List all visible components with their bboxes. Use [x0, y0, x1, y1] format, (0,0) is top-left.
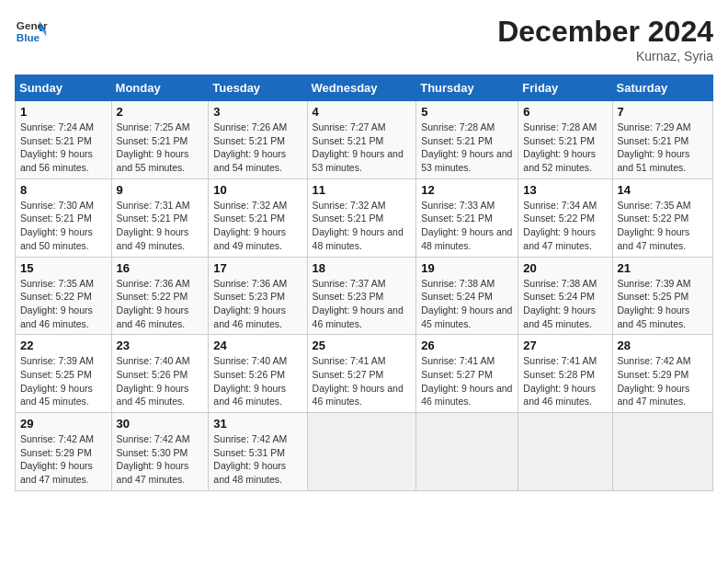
day-info: Sunrise: 7:28 AMSunset: 5:21 PMDaylight:…: [523, 121, 607, 175]
day-number: 11: [313, 183, 412, 197]
page-header: General Blue December 2024 Kurnaz, Syria: [15, 15, 713, 63]
day-info: Sunrise: 7:27 AMSunset: 5:21 PMDaylight:…: [313, 121, 412, 175]
day-number: 22: [20, 339, 107, 352]
weekday-header: Saturday: [612, 75, 712, 101]
calendar-cell: 20Sunrise: 7:38 AMSunset: 5:24 PMDayligh…: [518, 257, 612, 335]
calendar-cell: 25Sunrise: 7:41 AMSunset: 5:27 PMDayligh…: [307, 335, 416, 413]
weekday-header: Tuesday: [209, 75, 307, 101]
calendar-cell: [612, 413, 712, 491]
day-info: Sunrise: 7:39 AMSunset: 5:25 PMDaylight:…: [20, 354, 107, 408]
calendar-cell: 6Sunrise: 7:28 AMSunset: 5:21 PMDaylight…: [518, 101, 612, 179]
day-number: 3: [213, 105, 301, 119]
day-info: Sunrise: 7:38 AMSunset: 5:24 PMDaylight:…: [421, 277, 513, 331]
location: Kurnaz, Syria: [497, 49, 713, 63]
calendar-cell: 19Sunrise: 7:38 AMSunset: 5:24 PMDayligh…: [416, 257, 518, 335]
day-info: Sunrise: 7:30 AMSunset: 5:21 PMDaylight:…: [20, 199, 107, 253]
calendar-cell: 17Sunrise: 7:36 AMSunset: 5:23 PMDayligh…: [209, 257, 307, 335]
day-info: Sunrise: 7:33 AMSunset: 5:21 PMDaylight:…: [421, 199, 513, 253]
day-info: Sunrise: 7:41 AMSunset: 5:27 PMDaylight:…: [421, 354, 513, 408]
day-number: 8: [20, 183, 107, 197]
day-info: Sunrise: 7:41 AMSunset: 5:27 PMDaylight:…: [313, 354, 412, 408]
day-number: 15: [20, 261, 107, 275]
logo: General Blue: [15, 15, 48, 48]
day-info: Sunrise: 7:32 AMSunset: 5:21 PMDaylight:…: [313, 199, 412, 253]
calendar-cell: 28Sunrise: 7:42 AMSunset: 5:29 PMDayligh…: [612, 335, 712, 413]
day-info: Sunrise: 7:24 AMSunset: 5:21 PMDaylight:…: [20, 121, 107, 175]
calendar-cell: 5Sunrise: 7:28 AMSunset: 5:21 PMDaylight…: [416, 101, 518, 179]
day-number: 14: [618, 183, 708, 197]
calendar-cell: 21Sunrise: 7:39 AMSunset: 5:25 PMDayligh…: [612, 257, 712, 335]
calendar-cell: 16Sunrise: 7:36 AMSunset: 5:22 PMDayligh…: [111, 257, 209, 335]
day-info: Sunrise: 7:42 AMSunset: 5:29 PMDaylight:…: [20, 432, 107, 487]
day-info: Sunrise: 7:37 AMSunset: 5:23 PMDaylight:…: [313, 277, 412, 331]
calendar-cell: 8Sunrise: 7:30 AMSunset: 5:21 PMDaylight…: [16, 178, 112, 257]
day-number: 12: [421, 183, 513, 197]
day-info: Sunrise: 7:35 AMSunset: 5:22 PMDaylight:…: [20, 277, 107, 331]
calendar-cell: 26Sunrise: 7:41 AMSunset: 5:27 PMDayligh…: [416, 335, 518, 413]
day-number: 13: [523, 183, 607, 197]
day-info: Sunrise: 7:40 AMSunset: 5:26 PMDaylight:…: [213, 354, 301, 408]
weekday-header: Sunday: [16, 75, 112, 101]
day-info: Sunrise: 7:34 AMSunset: 5:22 PMDaylight:…: [523, 199, 607, 253]
calendar-week-row: 29Sunrise: 7:42 AMSunset: 5:29 PMDayligh…: [16, 413, 713, 491]
calendar-cell: 24Sunrise: 7:40 AMSunset: 5:26 PMDayligh…: [209, 335, 307, 413]
day-info: Sunrise: 7:35 AMSunset: 5:22 PMDaylight:…: [618, 199, 708, 253]
calendar-cell: 30Sunrise: 7:42 AMSunset: 5:30 PMDayligh…: [111, 413, 209, 491]
day-number: 20: [523, 261, 607, 275]
day-number: 1: [20, 105, 107, 119]
day-number: 7: [618, 105, 708, 119]
day-number: 25: [313, 339, 412, 352]
calendar-cell: 7Sunrise: 7:29 AMSunset: 5:21 PMDaylight…: [612, 101, 712, 179]
day-info: Sunrise: 7:38 AMSunset: 5:24 PMDaylight:…: [523, 277, 607, 331]
day-number: 2: [117, 105, 204, 119]
weekday-header: Friday: [518, 75, 612, 101]
day-info: Sunrise: 7:42 AMSunset: 5:30 PMDaylight:…: [117, 432, 204, 487]
day-number: 28: [618, 339, 708, 352]
calendar-cell: 14Sunrise: 7:35 AMSunset: 5:22 PMDayligh…: [612, 178, 712, 257]
title-block: December 2024 Kurnaz, Syria: [497, 15, 713, 63]
day-info: Sunrise: 7:28 AMSunset: 5:21 PMDaylight:…: [421, 121, 513, 175]
day-number: 6: [523, 105, 607, 119]
day-number: 27: [523, 339, 607, 352]
calendar-table: SundayMondayTuesdayWednesdayThursdayFrid…: [15, 75, 713, 491]
day-info: Sunrise: 7:42 AMSunset: 5:31 PMDaylight:…: [213, 432, 301, 487]
calendar-week-row: 15Sunrise: 7:35 AMSunset: 5:22 PMDayligh…: [16, 257, 713, 335]
calendar-cell: 13Sunrise: 7:34 AMSunset: 5:22 PMDayligh…: [518, 178, 612, 257]
calendar-cell: [307, 413, 416, 491]
day-info: Sunrise: 7:31 AMSunset: 5:21 PMDaylight:…: [117, 199, 204, 253]
day-info: Sunrise: 7:36 AMSunset: 5:22 PMDaylight:…: [117, 277, 204, 331]
day-number: 23: [117, 339, 204, 352]
day-number: 19: [421, 261, 513, 275]
weekday-header: Thursday: [416, 75, 518, 101]
day-number: 24: [213, 339, 301, 352]
day-info: Sunrise: 7:40 AMSunset: 5:26 PMDaylight:…: [117, 354, 204, 408]
calendar-cell: 4Sunrise: 7:27 AMSunset: 5:21 PMDaylight…: [307, 101, 416, 179]
month-title: December 2024: [497, 15, 713, 49]
svg-text:Blue: Blue: [17, 31, 40, 43]
calendar-cell: 29Sunrise: 7:42 AMSunset: 5:29 PMDayligh…: [16, 413, 112, 491]
calendar-week-row: 22Sunrise: 7:39 AMSunset: 5:25 PMDayligh…: [16, 335, 713, 413]
calendar-cell: [518, 413, 612, 491]
calendar-cell: 15Sunrise: 7:35 AMSunset: 5:22 PMDayligh…: [16, 257, 112, 335]
day-number: 21: [618, 261, 708, 275]
calendar-cell: 11Sunrise: 7:32 AMSunset: 5:21 PMDayligh…: [307, 178, 416, 257]
day-number: 5: [421, 105, 513, 119]
calendar-cell: 12Sunrise: 7:33 AMSunset: 5:21 PMDayligh…: [416, 178, 518, 257]
calendar-week-row: 8Sunrise: 7:30 AMSunset: 5:21 PMDaylight…: [16, 178, 713, 257]
day-info: Sunrise: 7:41 AMSunset: 5:28 PMDaylight:…: [523, 354, 607, 408]
day-number: 29: [20, 417, 107, 431]
calendar-cell: 1Sunrise: 7:24 AMSunset: 5:21 PMDaylight…: [16, 101, 112, 179]
day-number: 9: [117, 183, 204, 197]
day-number: 30: [117, 417, 204, 431]
day-number: 16: [117, 261, 204, 275]
day-number: 4: [313, 105, 412, 119]
day-info: Sunrise: 7:26 AMSunset: 5:21 PMDaylight:…: [213, 121, 301, 175]
day-info: Sunrise: 7:36 AMSunset: 5:23 PMDaylight:…: [213, 277, 301, 331]
calendar-cell: 31Sunrise: 7:42 AMSunset: 5:31 PMDayligh…: [209, 413, 307, 491]
day-number: 10: [213, 183, 301, 197]
day-info: Sunrise: 7:42 AMSunset: 5:29 PMDaylight:…: [618, 354, 708, 408]
day-number: 17: [213, 261, 301, 275]
calendar-cell: 2Sunrise: 7:25 AMSunset: 5:21 PMDaylight…: [111, 101, 209, 179]
calendar-cell: 3Sunrise: 7:26 AMSunset: 5:21 PMDaylight…: [209, 101, 307, 179]
calendar-cell: 27Sunrise: 7:41 AMSunset: 5:28 PMDayligh…: [518, 335, 612, 413]
